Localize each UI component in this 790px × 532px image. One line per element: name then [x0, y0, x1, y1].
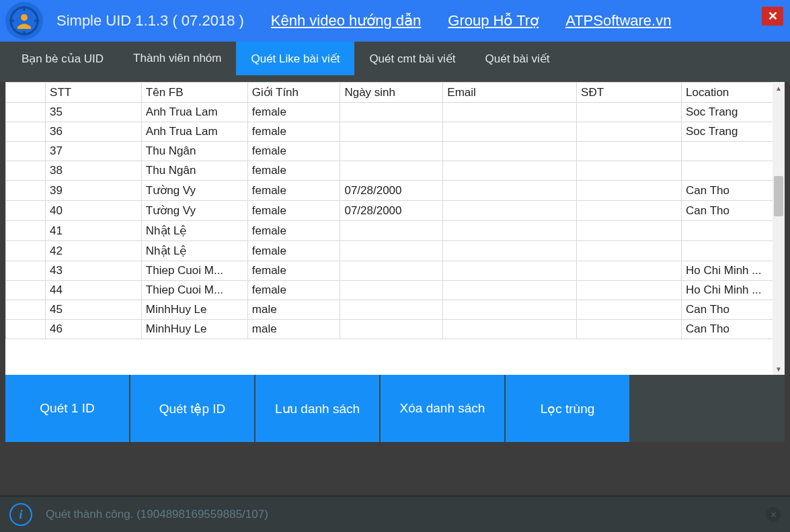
table-row[interactable]: 38Thu Ngânfemale — [6, 161, 785, 181]
table-row[interactable]: 46MinhHuy LemaleCan Tho — [6, 320, 785, 339]
link-video-guide[interactable]: Kênh video hướng dẫn — [271, 12, 422, 30]
table-row[interactable]: 36Anh Trua LamfemaleSoc Trang — [6, 122, 785, 142]
svg-point-5 — [21, 14, 28, 21]
cell-gender: female — [247, 201, 340, 221]
results-grid[interactable]: STT Tên FB Giới Tính Ngày sinh Email SĐT… — [5, 82, 785, 375]
info-icon: i — [9, 503, 32, 526]
cell-name: Thu Ngân — [141, 142, 247, 161]
window-close-button[interactable]: ✕ — [762, 7, 783, 26]
table-row[interactable]: 44Thiep Cuoi M...femaleHo Chi Minh ... — [6, 281, 785, 300]
cell-select — [6, 103, 46, 122]
vertical-scrollbar[interactable]: ▲ ▼ — [773, 82, 785, 375]
app-logo-icon — [5, 2, 43, 40]
cell-select — [6, 261, 46, 281]
cell-location: Can Tho — [682, 300, 785, 320]
col-email[interactable]: Email — [443, 83, 577, 103]
cell-phone — [577, 320, 682, 339]
cell-email — [443, 161, 577, 181]
tab-scan-post-likes[interactable]: Quét Like bài viết — [236, 42, 354, 75]
cell-email — [443, 122, 577, 142]
cell-location: Ho Chi Minh ... — [682, 261, 785, 281]
cell-select — [6, 320, 46, 339]
cell-location: Soc Trang — [682, 122, 785, 142]
cell-select — [6, 241, 46, 261]
cell-dob — [340, 320, 443, 339]
cell-location: Can Tho — [682, 320, 785, 339]
cell-dob — [340, 161, 443, 181]
tab-friends-of-uid[interactable]: Bạn bè của UID — [7, 42, 118, 75]
table-row[interactable]: 39Tường Vyfemale07/28/2000Can Tho — [6, 181, 785, 201]
cell-phone — [577, 161, 682, 181]
cell-email — [443, 261, 577, 281]
cell-phone — [577, 103, 682, 122]
cell-stt: 44 — [46, 281, 142, 300]
cell-stt: 42 — [46, 241, 142, 261]
tab-group-members[interactable]: Thành viên nhóm — [118, 42, 236, 75]
app-window: Simple UID 1.1.3 ( 07.2018 ) Kênh video … — [0, 0, 790, 532]
col-dob[interactable]: Ngày sinh — [340, 83, 443, 103]
tab-scan-post-comments[interactable]: Quét cmt bài viết — [354, 42, 470, 75]
link-website[interactable]: ATPSoftware.vn — [565, 12, 671, 30]
table-row[interactable]: 35Anh Trua LamfemaleSoc Trang — [6, 103, 785, 122]
cell-email — [443, 103, 577, 122]
clear-list-button[interactable]: Xóa danh sách — [381, 375, 504, 442]
link-support-group[interactable]: Group Hỗ Trợ — [448, 12, 539, 30]
cell-select — [6, 142, 46, 161]
cell-location: Can Tho — [682, 201, 785, 221]
table-row[interactable]: 40Tường Vyfemale07/28/2000Can Tho — [6, 201, 785, 221]
table-header-row: STT Tên FB Giới Tính Ngày sinh Email SĐT… — [6, 83, 785, 103]
table-row[interactable]: 41Nhật Lệfemale — [6, 221, 785, 241]
cell-email — [443, 142, 577, 161]
scroll-down-arrow-icon[interactable]: ▼ — [773, 363, 785, 375]
table-row[interactable]: 45MinhHuy LemaleCan Tho — [6, 300, 785, 320]
cell-gender: female — [247, 181, 340, 201]
col-select[interactable] — [6, 83, 46, 103]
col-name[interactable]: Tên FB — [141, 83, 247, 103]
tab-bar: Bạn bè của UID Thành viên nhóm Quét Like… — [0, 42, 790, 75]
scrollbar-thumb[interactable] — [774, 176, 783, 216]
cell-phone — [577, 300, 682, 320]
cell-dob — [340, 261, 443, 281]
cell-dob — [340, 300, 443, 320]
cell-stt: 40 — [46, 201, 142, 221]
scroll-up-arrow-icon[interactable]: ▲ — [773, 82, 785, 94]
status-dismiss-button[interactable]: ✕ — [766, 507, 781, 522]
action-bar: Quét 1 ID Quét tệp ID Lưu danh sách Xóa … — [5, 375, 785, 442]
close-icon: ✕ — [768, 9, 778, 24]
cell-stt: 35 — [46, 103, 142, 122]
cell-phone — [577, 281, 682, 300]
cell-dob — [340, 241, 443, 261]
table-row[interactable]: 43Thiep Cuoi M...femaleHo Chi Minh ... — [6, 261, 785, 281]
cell-stt: 37 — [46, 142, 142, 161]
cell-stt: 41 — [46, 221, 142, 241]
col-gender[interactable]: Giới Tính — [247, 83, 340, 103]
cell-name: Thiep Cuoi M... — [141, 261, 247, 281]
cell-email — [443, 241, 577, 261]
cell-gender: male — [247, 300, 340, 320]
cell-stt: 38 — [46, 161, 142, 181]
cell-location: Soc Trang — [682, 103, 785, 122]
cell-location — [682, 142, 785, 161]
table-row[interactable]: 42Nhật Lệfemale — [6, 241, 785, 261]
scan-file-id-button[interactable]: Quét tệp ID — [130, 375, 254, 442]
save-list-button[interactable]: Lưu danh sách — [255, 375, 379, 442]
tab-scan-posts[interactable]: Quét bài viết — [471, 42, 565, 75]
col-stt[interactable]: STT — [46, 83, 142, 103]
cell-email — [443, 181, 577, 201]
col-phone[interactable]: SĐT — [577, 83, 682, 103]
cell-name: Nhật Lệ — [141, 241, 247, 261]
cell-name: MinhHuy Le — [141, 320, 247, 339]
dedupe-button[interactable]: Lọc trùng — [506, 375, 629, 442]
cell-gender: female — [247, 241, 340, 261]
cell-location: Can Tho — [682, 181, 785, 201]
cell-dob — [340, 122, 443, 142]
table-row[interactable]: 37Thu Ngânfemale — [6, 142, 785, 161]
scan-one-id-button[interactable]: Quét 1 ID — [5, 375, 129, 442]
cell-name: Tường Vy — [141, 201, 247, 221]
col-location[interactable]: Location — [682, 83, 785, 103]
cell-stt: 43 — [46, 261, 142, 281]
cell-phone — [577, 201, 682, 221]
app-title: Simple UID 1.1.3 ( 07.2018 ) — [56, 12, 244, 30]
cell-name: Anh Trua Lam — [141, 122, 247, 142]
cell-stt: 46 — [46, 320, 142, 339]
